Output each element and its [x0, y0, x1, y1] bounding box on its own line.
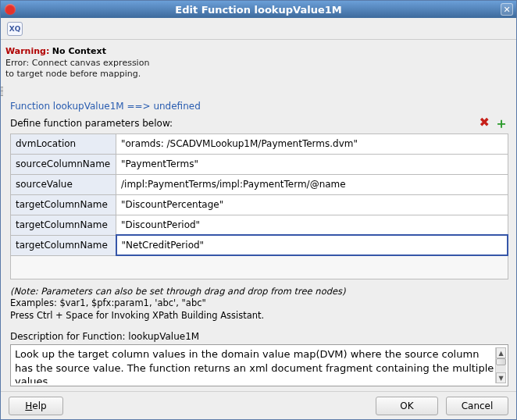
ok-button[interactable]: OK [376, 397, 438, 415]
xpath-hint-line: Press Ctrl + Space for Invoking XPath Bu… [10, 310, 508, 322]
warning-prefix: Warning: [5, 46, 49, 56]
right-pane: Function lookupValue1M ==> undefined Def… [1, 96, 516, 391]
left-pane: Warning: No Context Error: Connect canva… [1, 40, 159, 87]
close-icon[interactable]: ✕ [501, 3, 513, 16]
description-label: Description for Function: lookupValue1M [10, 331, 508, 342]
define-row: Define function parameters below: ✖ ＋ [10, 116, 508, 130]
param-value-cell[interactable]: "PaymentTerms" [116, 154, 508, 174]
param-value-cell[interactable]: "oramds: /SCADVMLookup1M/PaymentTerms.dv… [116, 133, 508, 154]
param-name-cell[interactable]: targetColumnName [11, 235, 116, 255]
param-table: dvmLocation"oramds: /SCADVMLookup1M/Paym… [10, 133, 508, 279]
warning-line: Warning: No Context [5, 46, 155, 56]
table-row[interactable]: targetColumnName [11, 235, 508, 255]
table-row[interactable]: dvmLocation"oramds: /SCADVMLookup1M/Paym… [11, 133, 508, 154]
note-line: (Note: Parameters can also be set throug… [10, 286, 508, 298]
button-row: Help OK Cancel [1, 391, 516, 419]
dialog: Edit Function lookupValue1M ✕ XQ Warning… [0, 0, 517, 420]
xquery-icon[interactable]: XQ [7, 22, 23, 36]
param-value-cell[interactable]: /impl:PaymentTerms/impl:PaymentTerm/@nam… [116, 174, 508, 194]
table-row[interactable]: targetColumnName"DiscountPercentage" [11, 194, 508, 215]
param-value-cell[interactable] [116, 235, 508, 255]
error-text: Error: Connect canvas expression to targ… [5, 58, 155, 80]
table-row[interactable]: sourceValue/impl:PaymentTerms/impl:Payme… [11, 174, 508, 194]
define-label: Define function parameters below: [10, 118, 173, 129]
scroll-thumb[interactable] [496, 358, 506, 365]
dialog-body: Warning: No Context Error: Connect canva… [1, 40, 516, 391]
param-name-cell[interactable]: dvmLocation [11, 133, 116, 154]
param-name-cell[interactable]: sourceColumnName [11, 154, 116, 174]
scroll-up-icon[interactable]: ▲ [496, 347, 506, 358]
titlebar[interactable]: Edit Function lookupValue1M ✕ [1, 1, 516, 18]
param-value-cell[interactable]: "DiscountPercentage" [116, 194, 508, 215]
function-signature: Function lookupValue1M ==> undefined [10, 101, 508, 112]
window-title: Edit Function lookupValue1M [20, 4, 497, 16]
table-row-empty [11, 255, 508, 279]
param-name-cell[interactable]: sourceValue [11, 174, 116, 194]
param-name-cell[interactable]: targetColumnName [11, 194, 116, 215]
app-icon [5, 4, 16, 15]
help-button[interactable]: Help [9, 397, 63, 415]
examples-line: Examples: $var1, $pfx:param1, 'abc', "ab… [10, 297, 508, 310]
param-value-input[interactable] [117, 237, 508, 254]
notes-block: (Note: Parameters can also be set throug… [10, 286, 508, 322]
cancel-button[interactable]: Cancel [446, 397, 508, 415]
warning-title: No Context [52, 46, 106, 56]
table-row[interactable]: targetColumnName"DiscountPeriod" [11, 215, 508, 235]
description-scrollbar[interactable]: ▲ ▼ [495, 347, 506, 383]
add-param-icon[interactable]: ＋ [494, 116, 508, 130]
toolbar: XQ [1, 18, 516, 40]
param-name-cell[interactable]: targetColumnName [11, 215, 116, 235]
scroll-down-icon[interactable]: ▼ [496, 372, 506, 383]
table-row[interactable]: sourceColumnName"PaymentTerms" [11, 154, 508, 174]
delete-param-icon[interactable]: ✖ [480, 116, 490, 130]
description-box: Look up the target column values in the … [10, 344, 508, 386]
param-value-cell[interactable]: "DiscountPeriod" [116, 215, 508, 235]
description-text[interactable]: Look up the target column values in the … [15, 347, 495, 383]
vertical-splitter[interactable] [1, 87, 3, 96]
